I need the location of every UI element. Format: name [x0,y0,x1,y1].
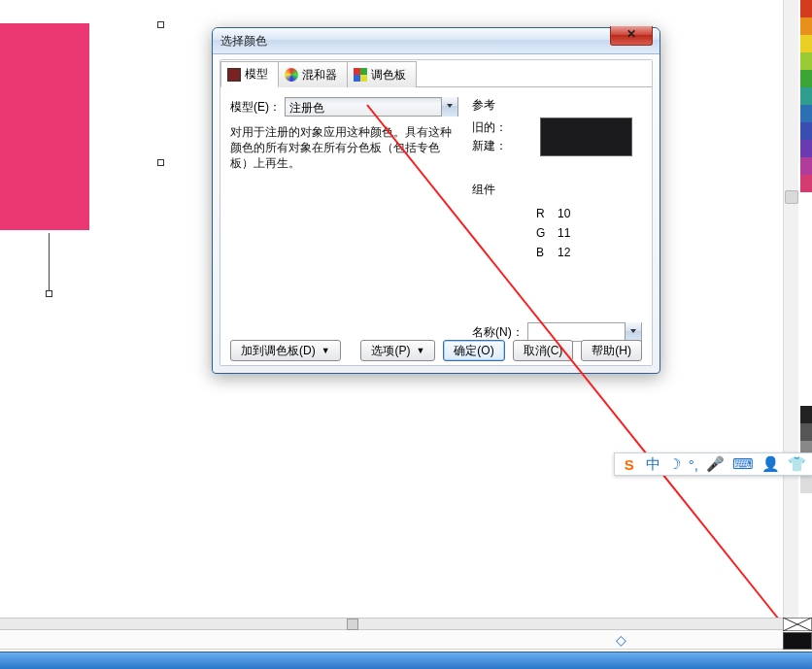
b-label: B [536,243,558,262]
dialog-button-bar: 加到调色板(D)▼ 选项(P)▼ 确定(O) 取消(C) 帮助(H) [220,336,652,365]
r-label: R [536,204,558,223]
g-value: 11 [558,223,570,243]
microphone-icon[interactable]: 🎤 [706,455,725,473]
new-color-label: 新建： [472,138,507,154]
r-value: 10 [558,204,570,223]
tab-model[interactable]: 模型 [220,61,279,87]
model-description: 对用于注册的对象应用这种颜色。具有这种颜色的所有对象在所有分色板（包括专色板）上… [230,124,458,171]
palette-swatch[interactable] [800,476,812,493]
chevron-down-icon: ▼ [416,346,424,355]
close-button[interactable]: ✕ [610,26,653,46]
selection-edge [49,233,50,291]
palette-icon [354,68,367,82]
model-combobox[interactable]: 注册色 [285,97,458,117]
model-label: 模型(E)： [230,99,281,116]
tab-label: 模型 [245,66,268,83]
palette-swatch[interactable] [800,423,812,441]
add-to-palette-button[interactable]: 加到调色板(D)▼ [230,340,341,361]
dialog-titlebar[interactable]: 选择颜色 ✕ [213,28,660,54]
options-button[interactable]: 选项(P)▼ [360,340,435,361]
mixer-icon [285,68,298,82]
tab-bar: 模型 混和器 调色板 [220,60,652,87]
ime-lang-toggle[interactable]: 中 [646,455,660,474]
button-label: 选项(P) [371,343,410,359]
chevron-down-icon: ▼ [321,346,330,355]
ime-toolbar[interactable]: S 中 ☽ °, 🎤 ⌨ 👤 👕 [614,452,812,476]
moon-icon[interactable]: ☽ [668,455,681,473]
button-label: 取消(C) [524,343,563,359]
dialog-body: 模型 混和器 调色板 模型(E)： 注册色 对用于注册的对象 [220,59,653,366]
dialog-title: 选择颜色 [220,34,267,48]
b-value: 12 [558,243,570,262]
palette-swatch[interactable] [800,105,812,122]
palette-swatch[interactable] [800,140,812,157]
shirt-icon[interactable]: 👕 [788,455,806,473]
selection-handle[interactable] [157,159,164,166]
tab-label: 调色板 [371,67,406,84]
palette-swatch[interactable] [800,157,812,175]
select-color-dialog: 选择颜色 ✕ 模型 混和器 调色板 模型(E)： [212,27,660,374]
palette-swatch[interactable] [800,0,812,17]
color-palette-dock [800,0,812,621]
palette-swatch[interactable] [800,70,812,87]
selected-shape[interactable] [0,23,89,230]
ime-logo-icon[interactable]: S [621,455,638,473]
old-color-label: 旧的： [472,119,507,136]
fill-indicator-icon[interactable]: ◇ [616,632,626,648]
reference-title: 参考 [472,97,642,114]
palette-swatch[interactable] [800,87,812,105]
button-label: 帮助(H) [592,343,631,359]
palette-swatch[interactable] [800,122,812,140]
ok-button[interactable]: 确定(O) [443,340,504,361]
selection-handle[interactable] [46,290,52,297]
tab-mixer[interactable]: 混和器 [278,61,348,87]
no-fill-swatch[interactable] [783,618,812,631]
model-value: 注册色 [289,101,324,115]
status-bar [0,630,812,650]
rgb-readout: R10 G11 B12 [536,204,642,262]
button-label: 确定(O) [454,343,493,359]
palette-swatch[interactable] [800,175,812,192]
horizontal-scrollbar-track[interactable] [0,618,812,630]
tab-palette[interactable]: 调色板 [347,61,417,87]
palette-swatch[interactable] [800,17,812,35]
g-label: G [536,223,558,243]
person-icon[interactable]: 👤 [761,455,780,473]
current-color-swatch[interactable] [783,632,812,650]
close-icon: ✕ [626,27,636,41]
taskbar[interactable] [0,652,812,669]
vertical-scrollbar-thumb[interactable] [785,190,798,204]
vertical-scrollbar-track[interactable] [783,0,798,621]
cancel-button[interactable]: 取消(C) [513,340,574,361]
button-label: 加到调色板(D) [241,343,316,359]
selection-handle[interactable] [157,21,164,28]
model-icon [227,68,241,82]
horizontal-scrollbar-thumb[interactable] [347,619,358,630]
palette-swatch[interactable] [800,35,812,52]
help-button[interactable]: 帮助(H) [581,340,642,361]
tab-label: 混和器 [302,67,337,84]
keyboard-icon[interactable]: ⌨ [732,455,754,473]
chevron-down-icon [441,97,457,117]
palette-swatch[interactable] [800,52,812,70]
components-title: 组件 [472,182,642,198]
palette-swatch[interactable] [800,406,812,423]
punctuation-icon[interactable]: °, [689,456,698,473]
